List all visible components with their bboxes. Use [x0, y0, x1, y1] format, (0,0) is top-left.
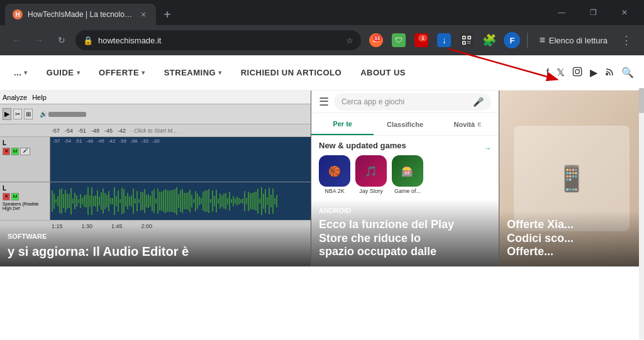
close-button[interactable]: ✕ — [610, 2, 639, 23]
waveform-1: -57-54-51-48-45-42-39-36-33-30 /* bars g… — [50, 137, 311, 182]
instagram-icon[interactable] — [572, 67, 582, 79]
audio-track-2: L ✕ M Speakers (Realtek High Def — [0, 182, 311, 220]
new-tab-button[interactable]: + — [158, 6, 176, 23]
tab-per-te[interactable]: Per te — [311, 113, 374, 135]
scroll-thumb — [639, 88, 644, 113]
card-1-category: Software — [8, 233, 303, 240]
reading-list-icon: ≡ — [539, 35, 545, 46]
twitter-icon[interactable]: 𝕏 — [557, 67, 565, 79]
tab-close-button[interactable]: × — [138, 9, 148, 19]
reading-list-button[interactable]: ≡ Elenco di lettura — [533, 32, 614, 48]
app-nba: 🏀 NBA 2K — [319, 155, 350, 194]
card-2-title: Ecco la funzione del PlayStore che riduc… — [319, 218, 491, 259]
tab-novita[interactable]: Novità E — [436, 113, 499, 135]
lock-icon: 🔒 — [83, 36, 93, 45]
svg-rect-13 — [573, 67, 581, 75]
social-icons: f 𝕏 ▶ 🔍 — [547, 67, 639, 79]
url-text: howtechismade.it — [98, 36, 341, 45]
ps-see-more[interactable]: → — [484, 145, 491, 152]
svg-point-15 — [579, 69, 580, 69]
menu-dots-icon: ⋮ — [621, 33, 632, 47]
maximize-button[interactable]: ❐ — [579, 2, 608, 23]
minimize-button[interactable]: — — [547, 2, 576, 23]
extension-red-icon[interactable]: 1 — [411, 30, 431, 50]
ext-undetectable: un 11 — [369, 33, 383, 47]
playstore-header: ☰ Cerca app e giochi 🎤 — [311, 90, 499, 113]
address-bar-row: ← → ↻ 🔒 howtechismade.it ☆ un 11 — [0, 25, 644, 55]
rss-icon[interactable] — [605, 67, 614, 79]
audio-track-1: L ✕ M 🎤 -57-54-51-48-45-42-39-36-33-30 — [0, 137, 311, 182]
nav-chevron-3: ▾ — [218, 69, 222, 76]
card-1-title: y si aggiorna: Il Audio Editor è — [8, 244, 303, 259]
audacity-toolbar: ▶ ✂ ⊞ 🔊 — [0, 104, 311, 124]
app-jay: 🎵 Jay Story — [355, 155, 387, 194]
profile-avatar[interactable]: F — [502, 30, 522, 50]
svg-point-14 — [575, 69, 580, 74]
tab-classifiche[interactable]: Classifiche — [374, 113, 436, 135]
svg-rect-5 — [469, 36, 470, 38]
toolbar-icons: un 11 🛡 1 ↓ — [366, 30, 636, 50]
search-icon[interactable]: 🔍 — [621, 67, 634, 79]
card-1-overlay: Software y si aggiorna: Il Audio Editor … — [0, 225, 311, 266]
card-xiaomi: 📱 Offerte Xia...Codici sco...Offerte... — [499, 90, 644, 266]
svg-rect-10 — [470, 43, 470, 43]
page-scrollbar[interactable] — [639, 88, 644, 339]
extensions-puzzle-icon[interactable]: 🧩 — [479, 30, 499, 50]
toolbar-separator — [527, 33, 528, 48]
svg-rect-4 — [464, 36, 465, 38]
svg-rect-9 — [468, 43, 469, 43]
browser-chrome: H HowTechIsMade | La tecnologia f... × +… — [0, 0, 644, 55]
tab-favicon: H — [13, 9, 23, 19]
ps-section-header: New & updated games → — [319, 141, 491, 155]
ext-qr — [460, 33, 474, 47]
nav-chevron-0: ▾ — [24, 69, 28, 76]
ext-red: 1 — [414, 33, 428, 47]
active-tab[interactable]: H HowTechIsMade | La tecnologia f... × — [5, 4, 156, 25]
tab-title: HowTechIsMade | La tecnologia f... — [28, 10, 133, 19]
extension-download-icon[interactable]: ↓ — [434, 30, 454, 50]
nav-item-offerte[interactable]: OFFERTE ▾ — [90, 55, 154, 90]
svg-point-16 — [606, 73, 608, 75]
card-3-overlay: Offerte Xia...Codici sco...Offerte... — [499, 211, 644, 266]
content-cards: Analyze Help ▶ ✂ ⊞ 🔊 — [0, 90, 644, 266]
ext-shield: 🛡 — [392, 33, 406, 47]
nav-item-guide[interactable]: GUIDE ▾ — [38, 55, 89, 90]
profile-letter: F — [504, 32, 520, 48]
playstore-search[interactable]: Cerca app e giochi 🎤 — [334, 93, 491, 111]
nav-chevron-2: ▾ — [142, 69, 145, 76]
back-button[interactable]: ← — [8, 31, 25, 49]
reading-list-label: Elenco di lettura — [549, 36, 608, 45]
website-content: ... ▾ GUIDE ▾ OFFERTE ▾ STREAMING ▾ RICH… — [0, 55, 644, 266]
facebook-icon[interactable]: f — [547, 67, 549, 79]
app-slots: 🎰 Game of... — [392, 155, 423, 194]
extension-undetectable-icon[interactable]: un 11 — [366, 30, 386, 50]
svg-rect-7 — [468, 41, 469, 41]
nav-item-richiedi[interactable]: RICHIEDI UN ARTICOLO — [232, 55, 350, 90]
nav-item-first[interactable]: ... ▾ — [5, 55, 36, 90]
ext-download: ↓ — [437, 33, 451, 47]
card-audacity: Analyze Help ▶ ✂ ⊞ 🔊 — [0, 90, 311, 266]
youtube-icon[interactable]: ▶ — [590, 67, 597, 79]
extension-shield-icon[interactable]: 🛡 — [389, 30, 409, 50]
nav-item-streaming[interactable]: STREAMING ▾ — [155, 55, 231, 90]
nav-chevron-1: ▾ — [77, 69, 80, 76]
ps-apps-row: 🏀 NBA 2K 🎵 Jay Story 🎰 Game — [319, 155, 491, 194]
card-playstore: ☰ Cerca app e giochi 🎤 Per te Classifich… — [311, 90, 499, 266]
browser-menu-button[interactable]: ⋮ — [616, 30, 636, 50]
waveform-2 — [50, 182, 311, 220]
card-3-title: Offerte Xia...Codici sco...Offerte... — [507, 218, 636, 259]
address-bar[interactable]: 🔒 howtechismade.it ☆ — [75, 30, 361, 50]
playstore-content: New & updated games → 🏀 NBA 2K — [311, 136, 499, 199]
nav-item-aboutus[interactable]: ABOUT US — [352, 55, 414, 90]
tab-bar: H HowTechIsMade | La tecnologia f... × +… — [0, 0, 644, 25]
extension-qr-icon[interactable] — [457, 30, 477, 50]
reload-button[interactable]: ↻ — [53, 31, 70, 49]
card-2-category: Android — [319, 207, 491, 214]
ext-undetectable-badge: 11 — [373, 35, 382, 41]
playstore-tabs: Per te Classifiche Novità E — [311, 113, 499, 136]
card-2-overlay: Android Ecco la funzione del PlayStore c… — [311, 199, 499, 266]
window-controls: — ❐ ✕ — [547, 2, 639, 27]
bookmark-icon[interactable]: ☆ — [346, 36, 353, 45]
forward-button[interactable]: → — [30, 31, 48, 49]
browser-window: H HowTechIsMade | La tecnologia f... × +… — [0, 0, 644, 340]
